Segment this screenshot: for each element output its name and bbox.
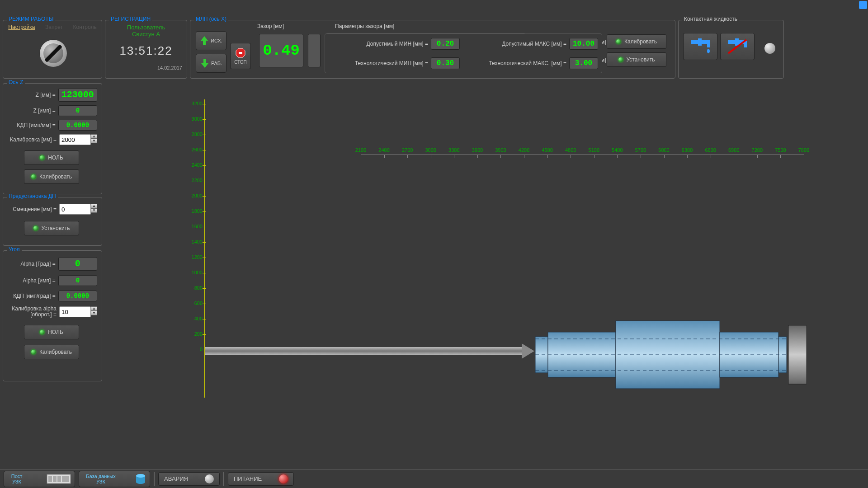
y-tick-label: 2400 <box>188 162 203 168</box>
x-tick-label: 2100 <box>354 147 368 153</box>
arrow-down-icon <box>200 58 209 69</box>
z-zero-button[interactable]: НОЛЬ <box>24 150 79 165</box>
z-mm-value: 123000 <box>58 88 97 102</box>
x-tick-label: 5400 <box>610 147 624 153</box>
mlp-set-button[interactable]: Установить <box>607 52 666 67</box>
x-tick-label: 7200 <box>750 147 764 153</box>
x-tick-label: 4200 <box>517 147 531 153</box>
work-mode-panel: РЕЖИМ РАБОТЫ Настройка Запрет Контроль <box>3 20 102 79</box>
svg-marker-1 <box>201 59 208 68</box>
stop-icon <box>236 48 245 58</box>
bottom-bar: Пост УЗК База данных УЗК АВАРИЯ ПИТАНИЕ <box>0 469 868 488</box>
tab-control[interactable]: Контроль <box>73 24 97 30</box>
x-tick-label: 5700 <box>634 147 647 153</box>
z-imp-value: 0 <box>58 105 97 116</box>
z-kdp-value: 0.0000 <box>58 120 97 131</box>
x-tick-label: 7500 <box>774 147 787 153</box>
liquid-status-lamp <box>764 43 775 54</box>
x-tick-label: 6300 <box>680 147 694 153</box>
registration-panel: РЕГИСТРАЦИЯ Пользователь Свистун А 13:51… <box>105 20 187 79</box>
x-tick-label: 7800 <box>797 147 811 153</box>
alpha-calib-input[interactable] <box>59 306 91 317</box>
liquid-label: Контактная жидкость <box>682 16 739 22</box>
work-mode-legend: РЕЖИМ РАБОТЫ <box>7 16 55 22</box>
y-tick-label: 3000 <box>188 116 203 122</box>
x-tick-label: 6900 <box>727 147 741 153</box>
angle-panel: Угол Alpha [Град] =0 Alpha [имп] =0 КДП … <box>3 250 102 381</box>
x-tick-label: 5100 <box>587 147 601 153</box>
y-tick-label: 2600 <box>188 147 203 152</box>
x-tick-label: 2700 <box>401 147 414 153</box>
axis-z-legend: Ось Z <box>7 79 25 85</box>
equipment-icon <box>47 473 71 485</box>
preset-legend: Предустановка ДП <box>7 193 58 199</box>
y-tick-label: 200 <box>188 331 203 337</box>
x-tick-label: 4800 <box>564 147 577 153</box>
probe-tip-icon <box>522 343 534 359</box>
stop-button[interactable]: СТОП <box>230 43 251 69</box>
svg-rect-19 <box>788 325 807 384</box>
x-tick-label: 6000 <box>657 147 671 153</box>
y-tick-label: 1800 <box>188 208 203 214</box>
x-tick-label: 3600 <box>471 147 484 153</box>
svg-rect-7 <box>707 43 710 47</box>
y-tick-label: 1000 <box>188 270 203 275</box>
database-icon <box>135 474 146 484</box>
y-tick-label: 1400 <box>188 239 203 244</box>
user-label: Пользователь <box>105 24 187 31</box>
offset-input[interactable] <box>59 204 91 215</box>
svg-rect-12 <box>744 43 747 47</box>
arrow-up-icon <box>200 35 209 46</box>
y-tick-label: 2800 <box>188 131 203 137</box>
probe-rod <box>205 347 522 355</box>
gap-bar-slot <box>308 34 321 67</box>
registration-legend: РЕГИСТРАЦИЯ <box>109 16 152 22</box>
y-tick-label: 2200 <box>188 178 203 183</box>
axis-z-panel: Ось Z Z [мм] =123000 Z [имп] =0 КДП [имп… <box>3 83 102 194</box>
svg-rect-3 <box>239 52 242 54</box>
svg-rect-25 <box>53 476 57 482</box>
spinner-icon[interactable]: ▲▼ <box>91 134 97 143</box>
svg-rect-26 <box>57 476 61 482</box>
post-uzk-button[interactable]: Пост УЗК <box>4 471 75 487</box>
svg-marker-0 <box>201 36 208 45</box>
contact-liquid-panel: Контактная жидкость <box>678 20 784 79</box>
liquid-off-button[interactable] <box>720 33 755 60</box>
led-icon <box>618 57 623 62</box>
x-tick-label: 3000 <box>424 147 438 153</box>
alpha-calibrate-button[interactable]: Калибровать <box>24 345 79 359</box>
z-calib-input[interactable] <box>59 134 91 145</box>
z-calibrate-button[interactable]: Калибровать <box>24 169 79 184</box>
window-icon[interactable] <box>859 1 867 9</box>
params-label: Параметры зазора [мм] <box>335 23 425 29</box>
y-tick-label: 0 <box>188 347 203 352</box>
home-button[interactable]: ИСХ. <box>196 31 226 50</box>
x-tick-label: 2400 <box>377 147 391 153</box>
gap-value: 0.49 <box>259 34 303 67</box>
x-tick-label: 3900 <box>494 147 507 153</box>
spinner-icon[interactable]: ▲▼ <box>91 306 97 315</box>
y-tick-label: 600 <box>188 300 203 306</box>
led-icon <box>616 39 621 44</box>
svg-rect-27 <box>62 476 69 482</box>
user-name: Свистун А <box>105 31 187 38</box>
db-uzk-button[interactable]: База данных УЗК <box>79 471 150 487</box>
y-tick-label: 800 <box>188 285 203 291</box>
svg-rect-24 <box>48 476 52 482</box>
alarm-lamp-icon <box>205 474 214 483</box>
mlp-legend: МЛП (ось X) <box>194 16 228 22</box>
tab-lock[interactable]: Запрет <box>45 24 63 30</box>
preset-set-button[interactable]: Установить <box>24 221 79 235</box>
alpha-zero-button[interactable]: НОЛЬ <box>24 325 79 339</box>
work-button[interactable]: РАБ. <box>196 54 226 73</box>
liquid-on-button[interactable] <box>683 33 717 60</box>
rotary-switch-icon[interactable] <box>39 39 67 67</box>
svg-point-29 <box>136 474 145 478</box>
mlp-calibrate-button[interactable]: Калибровать <box>607 34 666 49</box>
spinner-icon[interactable]: ▲▼ <box>91 204 97 213</box>
y-tick-label: 3200 <box>188 101 203 106</box>
tab-setup[interactable]: Настройка <box>8 24 35 30</box>
angle-legend: Угол <box>7 246 22 253</box>
workpiece-icon <box>535 312 807 402</box>
y-tick-label: 400 <box>188 316 203 321</box>
